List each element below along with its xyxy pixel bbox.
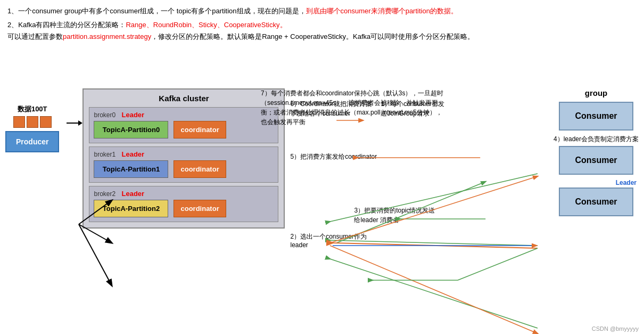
broker2: broker2 Leader TopicA-Partition2 coordin…: [89, 186, 278, 222]
partition1-box: TopicA-Partition1: [94, 160, 168, 178]
line1-black1: 1、一个consumer group中有多个consumer组成，一个 topi…: [7, 7, 306, 15]
broker0-name: broker0: [94, 111, 115, 119]
producer-box: Producer: [5, 131, 59, 152]
note7: 7）每个消费者都会和coordinator保持心跳（默认3s），一旦超时（ses…: [261, 88, 447, 127]
diagram-wrapper: 7）每个消费者都会和coordinator保持心跳（默认3s），一旦超时（ses…: [0, 88, 644, 259]
data-box-2: [27, 116, 38, 128]
svg-marker-1: [78, 120, 82, 126]
note7-red: 默认3s: [386, 89, 406, 97]
note4-prefix: 4）: [554, 135, 564, 143]
note3-text: 3）把要消费的topic情况发送给leader 消费者: [354, 207, 435, 224]
broker0-leader: Leader: [122, 111, 145, 119]
data-box-1: [13, 116, 25, 128]
line2-strategies: Range、RoundRobin、Sticky、CooperativeStick…: [126, 21, 286, 29]
note4: 4）leader会负责制定消费方案: [554, 135, 639, 144]
line3-prefix: 可以通过配置参数: [7, 32, 63, 40]
coordinator2-box: coordinator: [174, 200, 226, 217]
consumer2-box: Consumer: [559, 146, 633, 175]
data-boxes: [13, 116, 52, 128]
group-area: group Consumer 4）leader会负责制定消费方案 Consume…: [548, 88, 639, 221]
coordinator0-box: coordinator: [174, 121, 226, 139]
note4-red: leader会负责制定消费方案: [564, 135, 639, 143]
kafka-cluster-title: Kafka cluster: [89, 94, 278, 103]
data-box-3: [40, 116, 52, 128]
line1-red: 到底由哪个consumer来消费哪个partition的数据。: [306, 7, 458, 15]
note5-text: 5）把消费方案发给coordinator: [290, 153, 377, 160]
broker1-inner: TopicA-Partition1 coordinator: [94, 160, 274, 178]
note2-text: 2）选出一个consumer作为leader: [290, 233, 366, 249]
note7-black: 7）每个消费者都会和coordinator保持心跳（: [261, 89, 386, 97]
producer-arrow: [67, 118, 82, 128]
broker2-name: broker2: [94, 190, 115, 198]
line3-param: partition.assignment.strategy: [63, 32, 151, 40]
svg-line-12: [330, 259, 538, 328]
partition0-box: TopicA-Partition0: [94, 121, 168, 139]
broker1-label: broker1 Leader: [94, 150, 274, 158]
broker0: broker0 Leader TopicA-Partition0 coordin…: [89, 107, 278, 143]
broker1-leader: Leader: [122, 150, 145, 158]
arrow-svg-producer: [67, 118, 82, 128]
consumer1-box: Consumer: [559, 102, 633, 131]
kafka-cluster: Kafka cluster broker0 Leader TopicA-Part…: [82, 88, 285, 229]
line2-black1: 2、Kafka有四种主流的分区分配策略：: [7, 21, 126, 29]
note3: 3）把要消费的topic情况发送给leader 消费者: [354, 206, 439, 225]
note2: 2）选出一个consumer作为leader: [290, 232, 370, 249]
line3-rest: ，修改分区的分配策略。默认策略是Range + CooperativeStick…: [151, 32, 474, 40]
note5: 5）把消费方案发给coordinator: [290, 152, 407, 161]
data-label: 数据100T: [18, 104, 47, 114]
broker1: broker1 Leader TopicA-Partition1 coordin…: [89, 146, 278, 183]
broker2-leader: Leader: [122, 190, 145, 198]
partition2-box: TopicA-Partition2: [94, 200, 168, 217]
consumer3-box: Consumer: [559, 188, 633, 216]
broker1-name: broker1: [94, 151, 115, 158]
broker2-inner: TopicA-Partition2 coordinator: [94, 200, 274, 217]
broker2-label: broker2 Leader: [94, 190, 274, 198]
top-text-area: 1、一个consumer group中有多个consumer组成，一个 topi…: [0, 0, 644, 46]
leader-label: Leader: [554, 179, 639, 186]
coordinator1-box: coordinator: [174, 160, 226, 178]
broker0-inner: TopicA-Partition0 coordinator: [94, 121, 274, 139]
watermark: CSDN @bmyyyyy: [592, 325, 639, 332]
producer-area: 数据100T Producer: [5, 104, 59, 152]
broker0-label: broker0 Leader: [94, 111, 274, 119]
group-title: group: [585, 88, 608, 97]
